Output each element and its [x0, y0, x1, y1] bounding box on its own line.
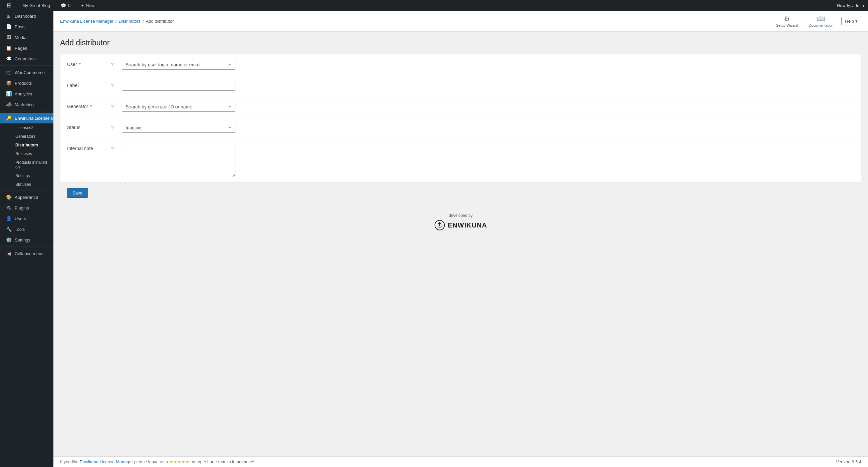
sidebar-item-label: Plugins: [15, 205, 29, 210]
submenu-item-releases[interactable]: Releases: [0, 149, 54, 158]
sidebar-item-label: Comments: [15, 56, 36, 61]
sidebar-item-label: Settings: [15, 237, 30, 242]
breadcrumb-section-link[interactable]: Distributors: [119, 19, 141, 24]
page-title: Add distributor: [60, 38, 861, 47]
adminbar-wp-logo[interactable]: ⊞: [4, 0, 14, 11]
menu-sep-1: [0, 65, 54, 66]
sidebar-item-plugins[interactable]: 🔌 Plugins: [0, 202, 54, 213]
sidebar-item-comments[interactable]: 💬 Comments: [0, 54, 54, 64]
sidebar-item-dashboard[interactable]: ⊞ Dashboard: [0, 11, 54, 21]
enwikuna-name-text: ENWIKUNA: [448, 222, 487, 229]
sidebar-item-appearance[interactable]: 🎨 Appearance: [0, 192, 54, 202]
sidebar-item-label: Analytics: [15, 91, 32, 96]
label-label: Label: [67, 81, 107, 88]
submenu-item-distributors[interactable]: Distributors: [0, 141, 54, 149]
footer-text-end: rating. A huge thanks in advance!: [189, 459, 254, 464]
form-row-user: User * ? Search by user login, name or e…: [60, 54, 861, 75]
sidebar-item-settings[interactable]: ⚙️ Settings: [0, 234, 54, 245]
content-topbar: Enwikuna License Manager / Distributors …: [54, 11, 868, 32]
sidebar-item-products[interactable]: 📦 Products: [0, 78, 54, 89]
comment-count: 0: [68, 3, 70, 8]
internal-note-help-icon[interactable]: ?: [111, 144, 118, 151]
submenu-label: Distributors: [16, 143, 38, 147]
generator-field: Search by generator ID or name: [122, 102, 235, 112]
adminbar-new[interactable]: + New: [79, 0, 97, 11]
generator-select[interactable]: Search by generator ID or name: [122, 102, 235, 112]
site-name-text: My Great Blog: [22, 3, 50, 8]
page-content: Add distributor User * ? Search by user …: [54, 32, 868, 456]
adminbar-site-name[interactable]: My Great Blog: [20, 0, 53, 11]
sidebar-item-pages[interactable]: 📋 Pages: [0, 43, 54, 54]
plus-icon: +: [81, 3, 84, 8]
documentation-button[interactable]: 📖 Documentation: [806, 13, 836, 29]
submenu-item-statuses[interactable]: Statuses: [0, 180, 54, 189]
submenu-label: Licenses: [16, 126, 31, 130]
adminbar-comments[interactable]: 💬 0: [58, 0, 73, 11]
submenu-item-licenses[interactable]: Licenses 2: [0, 124, 54, 132]
submenu-label: Products installed on: [16, 160, 50, 169]
sidebar-item-label: Appearance: [15, 195, 38, 200]
submenu-item-generators[interactable]: Generators: [0, 132, 54, 141]
submenu-label: Settings: [16, 173, 30, 178]
enwikuna-logo-text: ENWIKUNA: [434, 220, 487, 231]
internal-note-field: [122, 144, 235, 177]
page-footer: developed by ENWIKUNA: [60, 203, 861, 237]
breadcrumb-current: Add distributor: [146, 19, 174, 24]
label-help-icon[interactable]: ?: [111, 81, 118, 88]
comments-icon: 💬: [5, 56, 12, 61]
main-content: Enwikuna License Manager / Distributors …: [54, 11, 868, 467]
breadcrumb-sep-1: /: [116, 19, 117, 24]
submenu-label: Generators: [16, 134, 35, 139]
footer-text: If you like Enwikuna License Manager ple…: [60, 459, 254, 464]
submenu-item-settings[interactable]: Settings: [0, 171, 54, 180]
sidebar-item-users[interactable]: 👤 Users: [0, 213, 54, 224]
user-help-icon[interactable]: ?: [111, 60, 118, 67]
status-select[interactable]: Inactive Active: [122, 123, 235, 133]
sidebar-item-label: Collapse menu: [15, 251, 44, 256]
save-button[interactable]: Save: [67, 188, 88, 198]
sidebar-item-enwikuna[interactable]: 🔑 Enwikuna License Manager: [0, 113, 54, 124]
enwikuna-logo: developed by ENWIKUNA: [67, 213, 855, 231]
generator-label: Generator *: [67, 102, 107, 109]
submenu-item-products-installed[interactable]: Products installed on: [0, 158, 54, 171]
sidebar-item-media[interactable]: 🖼 Media: [0, 32, 54, 43]
sidebar-item-woocommerce[interactable]: 🛒 WooCommerce: [0, 67, 54, 78]
menu-sep-4: [0, 246, 54, 247]
sidebar-item-posts[interactable]: 📄 Posts: [0, 21, 54, 32]
sidebar-item-tools[interactable]: 🔧 Tools: [0, 224, 54, 234]
sidebar-item-marketing[interactable]: 📣 Marketing: [0, 99, 54, 110]
help-button[interactable]: Help ▾: [841, 17, 861, 25]
sidebar-item-collapse[interactable]: ◀ Collapse menu: [0, 248, 54, 259]
sidebar-item-analytics[interactable]: 📊 Analytics: [0, 89, 54, 99]
generator-help-icon[interactable]: ?: [111, 102, 118, 109]
user-label: User *: [67, 60, 107, 67]
internal-note-textarea[interactable]: [122, 144, 235, 177]
sidebar-item-label: Tools: [15, 227, 25, 232]
new-label: New: [86, 3, 94, 8]
setup-wizard-icon: ⚙: [784, 15, 790, 23]
breadcrumb-plugin-link[interactable]: Enwikuna License Manager: [60, 19, 114, 24]
status-help-icon[interactable]: ?: [111, 123, 118, 130]
user-select[interactable]: Search by user login, name or email: [122, 60, 235, 70]
media-icon: 🖼: [5, 35, 12, 40]
footer-text-after: please leave us a: [133, 459, 169, 464]
collapse-icon: ◀: [5, 251, 12, 256]
form-row-generator: Generator * ? Search by generator ID or …: [60, 96, 861, 118]
add-distributor-form: User * ? Search by user login, name or e…: [60, 54, 861, 183]
dashboard-icon: ⊞: [5, 13, 12, 19]
admin-bar: ⊞ My Great Blog 💬 0 + New Howdy, admin: [0, 0, 868, 11]
comment-icon: 💬: [61, 3, 66, 8]
user-field: Search by user login, name or email: [122, 60, 235, 70]
star-rating: ★★★★★: [169, 459, 189, 464]
enwikuna-logo-icon: [434, 220, 445, 231]
footer-plugin-link[interactable]: Enwikuna License Manager: [80, 459, 133, 464]
form-row-label: Label ?: [60, 75, 861, 96]
howdy-text: Howdy, admin: [837, 3, 864, 8]
tools-icon: 🔧: [5, 227, 12, 232]
generator-required-indicator: *: [90, 104, 92, 109]
enwikuna-icon: 🔑: [5, 115, 12, 121]
label-input[interactable]: [122, 81, 235, 91]
sidebar-item-label: Pages: [15, 46, 27, 51]
setup-wizard-button[interactable]: ⚙ Setup Wizard: [773, 13, 801, 29]
documentation-label: Documentation: [809, 23, 833, 27]
